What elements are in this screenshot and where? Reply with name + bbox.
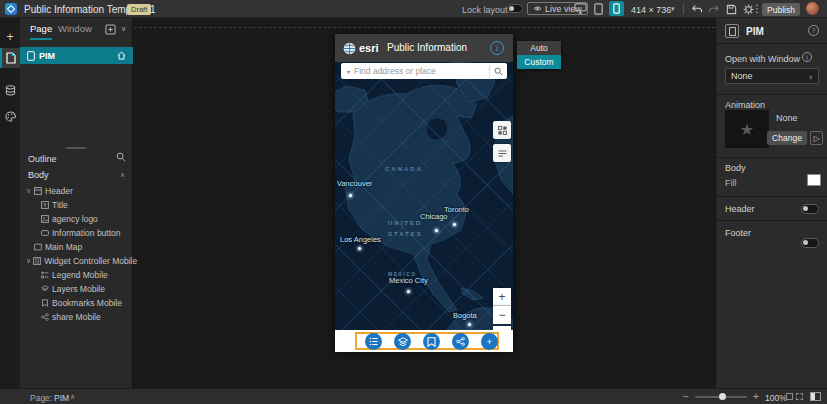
help-icon[interactable]: ? — [808, 25, 819, 36]
data-panel-icon[interactable] — [0, 80, 20, 100]
expander-icon[interactable]: ∨ — [26, 187, 32, 195]
search-input[interactable] — [354, 66, 489, 76]
map-widget-button[interactable] — [493, 121, 511, 139]
star-icon: ★ — [740, 120, 754, 139]
legend-mobile-button[interactable] — [365, 333, 382, 350]
outline-item-label: Bookmarks Mobile — [52, 298, 122, 308]
outline-item-label: Title — [52, 200, 68, 210]
section-divider — [716, 196, 827, 197]
city-marker — [453, 223, 456, 226]
outline-item-information-button[interactable]: Information button — [20, 226, 133, 240]
outline-item-main-map[interactable]: Main Map — [20, 240, 133, 254]
zoom-level-value[interactable]: 100% — [765, 393, 787, 403]
size-option-custom[interactable]: Custom — [517, 55, 561, 69]
save-icon[interactable] — [726, 4, 737, 15]
info-icon[interactable]: i — [802, 52, 812, 62]
map-region-label: CANADA — [385, 166, 423, 172]
outline-item-title[interactable]: Title — [20, 198, 133, 212]
chevron-down-icon[interactable]: ▾ — [671, 5, 675, 13]
add-widget-button[interactable]: + — [481, 333, 498, 350]
fill-color-swatch[interactable] — [807, 174, 821, 186]
outline-item-legend-mobile[interactable]: Legend Mobile — [20, 268, 133, 282]
map-search-bar[interactable]: ▾ — [341, 63, 507, 79]
fit-to-window-icon[interactable] — [786, 393, 793, 400]
outline-item-label: Main Map — [45, 242, 82, 252]
add-page-icon[interactable] — [105, 24, 116, 35]
outline-body-row[interactable]: Body ∧ — [20, 168, 133, 182]
outline-item-agency-logo[interactable]: agency logo — [20, 212, 133, 226]
tab-page[interactable]: Page — [30, 23, 52, 40]
zoom-out-canvas-icon[interactable]: − — [683, 391, 689, 402]
zoom-slider-knob[interactable] — [719, 393, 726, 400]
information-button[interactable]: i — [490, 41, 504, 55]
tab-window[interactable]: Window — [58, 23, 92, 38]
page-switcher-chevron-icon[interactable]: ∧ — [70, 393, 75, 401]
map-city-label: Bogota — [453, 311, 477, 320]
map-region-label: UNITED STATES — [388, 218, 436, 240]
outline-title: Outline — [28, 154, 57, 164]
left-toolbar-rail: + — [0, 18, 20, 388]
app-logo-icon[interactable] — [5, 3, 17, 15]
zoom-out-button[interactable]: − — [493, 306, 511, 324]
search-icon[interactable] — [489, 65, 507, 78]
panel-splitter[interactable] — [66, 147, 86, 149]
canvas-dimensions[interactable]: 414 × 736 — [631, 5, 671, 15]
header-toggle[interactable] — [801, 204, 819, 214]
page-panel-icon[interactable] — [0, 48, 20, 68]
animation-preview[interactable]: ★ — [725, 110, 769, 148]
lock-layout-label: Lock layout — [462, 5, 508, 15]
statusbar-page-value[interactable]: PIM — [54, 393, 69, 403]
insert-widget-icon[interactable]: + — [0, 26, 20, 46]
expander-icon[interactable]: ∨ — [26, 257, 31, 265]
main-map[interactable]: CANADA UNITED STATES MEXICO Vancouver To… — [335, 62, 513, 330]
outline-search-icon[interactable] — [116, 152, 126, 162]
outline-item-bookmarks-mobile[interactable]: Bookmarks Mobile — [20, 296, 133, 310]
outline-item-layers-mobile[interactable]: Layers Mobile — [20, 282, 133, 296]
layers-mobile-button[interactable] — [394, 333, 411, 350]
page-menu-chevron-icon[interactable]: ∨ — [121, 25, 126, 33]
collapse-chevron-icon[interactable]: ∧ — [120, 171, 125, 179]
map-widget-button[interactable] — [493, 144, 511, 162]
header-section-label: Header — [725, 204, 755, 214]
home-page-icon — [117, 51, 126, 60]
actual-size-icon[interactable] — [796, 393, 803, 400]
redo-icon[interactable] — [708, 4, 720, 14]
page-icon — [725, 24, 739, 38]
user-avatar[interactable] — [806, 2, 819, 15]
select-value: None — [731, 71, 753, 81]
tablet-device-icon[interactable] — [594, 3, 603, 15]
lock-layout-toggle[interactable] — [507, 4, 523, 13]
toggle-panel-icon[interactable] — [810, 392, 821, 401]
outline-item-header[interactable]: ∨ Header — [20, 184, 133, 198]
more-options-icon[interactable]: ⋮ — [752, 3, 762, 14]
bookmark-widget-icon — [41, 299, 49, 307]
text-widget-icon — [41, 201, 49, 209]
open-with-window-select[interactable]: None ∨ — [725, 68, 819, 84]
pages-panel: Page Window ∨ PIM Outline Body ∧ ∨ Heade… — [20, 18, 133, 388]
publish-button[interactable]: Publish — [762, 3, 800, 16]
animation-play-button[interactable]: ▷ — [810, 131, 823, 145]
undo-icon[interactable] — [691, 4, 703, 14]
eye-icon — [533, 5, 542, 12]
phone-preview[interactable]: esri Public Information i CANADA — [335, 34, 513, 352]
home-extent-button[interactable] — [493, 326, 511, 330]
share-mobile-button[interactable] — [452, 333, 469, 350]
city-marker — [407, 290, 410, 293]
design-canvas[interactable]: esri Public Information i CANADA — [134, 18, 715, 388]
search-source-caret-icon[interactable]: ▾ — [347, 68, 350, 75]
desktop-device-icon[interactable] — [574, 3, 587, 14]
outline-item-widget-controller[interactable]: ∨ Widget Controller Mobile — [20, 254, 133, 268]
theme-panel-icon[interactable] — [0, 106, 20, 126]
zoom-in-canvas-icon[interactable]: + — [753, 391, 759, 402]
page-item-pim[interactable]: PIM — [20, 47, 133, 64]
outline-item-label: Layers Mobile — [52, 284, 105, 294]
size-option-auto[interactable]: Auto — [517, 41, 561, 55]
footer-toggle[interactable] — [801, 238, 819, 248]
top-toolbar: Public Information Template 1 Draft Lock… — [0, 0, 827, 18]
draft-badge: Draft — [127, 4, 151, 15]
phone-device-icon[interactable] — [609, 1, 624, 16]
zoom-in-button[interactable]: + — [493, 288, 511, 306]
outline-item-share-mobile[interactable]: share Mobile — [20, 310, 133, 324]
animation-change-button[interactable]: Change — [767, 131, 807, 145]
bookmarks-mobile-button[interactable] — [423, 333, 440, 350]
